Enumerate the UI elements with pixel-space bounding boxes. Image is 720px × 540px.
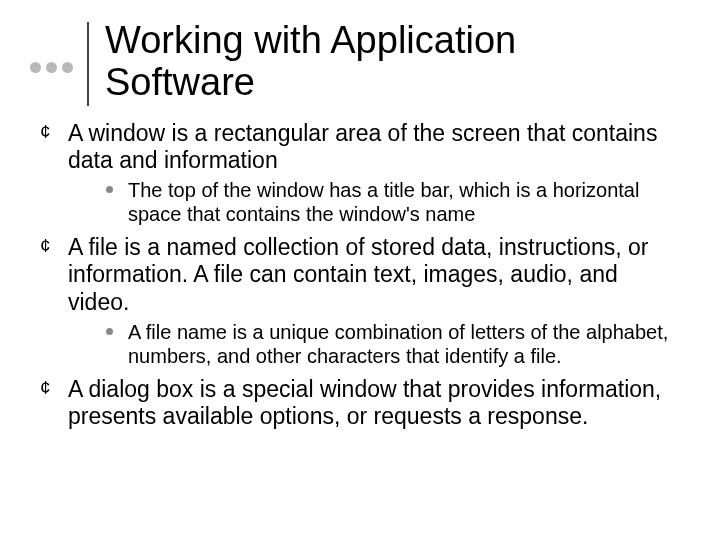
bullet-text: A window is a rectangular area of the sc… [68, 120, 657, 173]
header-dots [30, 62, 73, 73]
dot-icon [46, 62, 57, 73]
sub-bullet-text: The top of the window has a title bar, w… [128, 179, 639, 225]
sub-list: The top of the window has a title bar, w… [68, 178, 680, 226]
dot-icon [30, 62, 41, 73]
bullet-text: A file is a named collection of stored d… [68, 234, 648, 314]
sub-list: A file name is a unique combination of l… [68, 320, 680, 368]
bullet-item: A file is a named collection of stored d… [40, 234, 680, 367]
sub-bullet-item: A file name is a unique combination of l… [102, 320, 680, 368]
dot-icon [62, 62, 73, 73]
slide-content: A window is a rectangular area of the sc… [0, 114, 720, 430]
sub-bullet-text: A file name is a unique combination of l… [128, 321, 668, 367]
bullet-item: A dialog box is a special window that pr… [40, 376, 680, 430]
bullet-list: A window is a rectangular area of the sc… [40, 120, 680, 430]
sub-bullet-item: The top of the window has a title bar, w… [102, 178, 680, 226]
bullet-item: A window is a rectangular area of the sc… [40, 120, 680, 226]
slide-title: Working with Application Software [105, 20, 625, 104]
bullet-text: A dialog box is a special window that pr… [68, 376, 661, 429]
slide-header: Working with Application Software [0, 0, 720, 114]
header-divider [87, 22, 89, 106]
